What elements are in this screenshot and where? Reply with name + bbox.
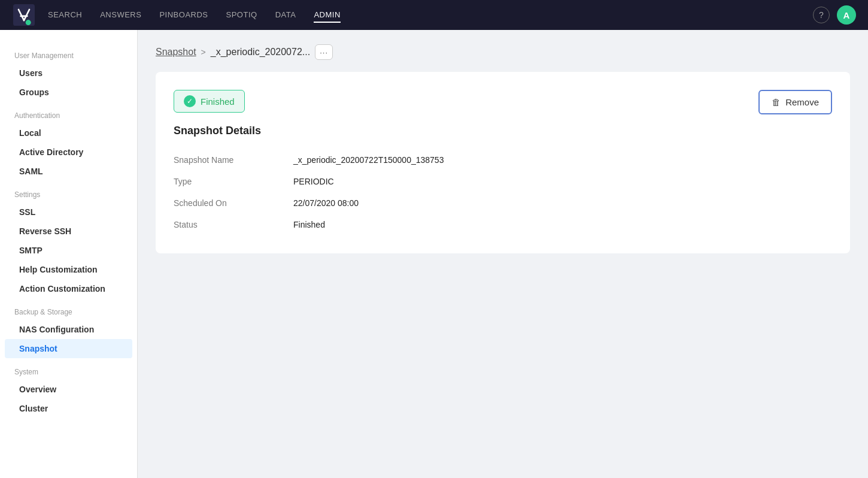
sidebar-section-settings: Settings [0, 181, 137, 202]
nav-search[interactable]: SEARCH [48, 8, 82, 23]
nav-spotiq[interactable]: SPOTIQ [226, 8, 257, 23]
sidebar-section-backup-storage: Backup & Storage [0, 298, 137, 320]
sidebar-item-overview[interactable]: Overview [5, 380, 132, 399]
svg-rect-0 [13, 4, 35, 26]
status-badge: ✓ Finished [174, 90, 245, 113]
sidebar-item-snapshot[interactable]: Snapshot [5, 339, 132, 358]
svg-point-4 [26, 20, 31, 25]
status-label: Finished [201, 96, 235, 107]
sidebar-section-user-management: User Management [0, 42, 137, 63]
sidebar-section-system: System [0, 358, 137, 380]
sidebar-section-authentication: Authentication [0, 102, 137, 123]
table-row: Type PERIODIC [174, 171, 832, 192]
snapshot-details-table: Snapshot Name _x_periodic_20200722T15000… [174, 149, 832, 235]
sidebar-item-reverse-ssh[interactable]: Reverse SSH [5, 222, 132, 241]
snapshot-details-title: Snapshot Details [174, 125, 832, 137]
sidebar-item-groups[interactable]: Groups [5, 83, 132, 102]
sidebar-item-users[interactable]: Users [5, 63, 132, 83]
sidebar-item-smtp[interactable]: SMTP [5, 241, 132, 260]
topnav-links: SEARCH ANSWERS PINBOARDS SPOTIQ DATA ADM… [48, 8, 813, 23]
remove-button[interactable]: 🗑 Remove [758, 90, 832, 114]
field-label-type: Type [174, 171, 293, 192]
field-value-type: PERIODIC [293, 171, 832, 192]
avatar[interactable]: A [837, 5, 856, 25]
field-label-scheduled-on: Scheduled On [174, 192, 293, 214]
table-row: Scheduled On 22/07/2020 08:00 [174, 192, 832, 214]
nav-pinboards[interactable]: PINBOARDS [159, 8, 208, 23]
breadcrumb-more-button[interactable]: ··· [315, 44, 333, 60]
sidebar-item-help-customization[interactable]: Help Customization [5, 260, 132, 279]
remove-btn-label: Remove [785, 97, 819, 107]
field-label-snapshot-name: Snapshot Name [174, 149, 293, 171]
breadcrumb: Snapshot > _x_periodic_2020072... ··· [156, 44, 850, 60]
sidebar-item-nas-configuration[interactable]: NAS Configuration [5, 320, 132, 339]
nav-admin[interactable]: ADMIN [314, 8, 340, 23]
status-check-icon: ✓ [184, 95, 196, 107]
snapshot-detail-card: ✓ Finished 🗑 Remove Snapshot Details Sna… [156, 72, 850, 253]
breadcrumb-current: _x_periodic_2020072... [211, 47, 310, 58]
nav-answers[interactable]: ANSWERS [100, 8, 141, 23]
field-value-scheduled-on: 22/07/2020 08:00 [293, 192, 832, 214]
logo[interactable] [12, 3, 36, 27]
sidebar-item-cluster[interactable]: Cluster [5, 399, 132, 418]
sidebar-item-saml[interactable]: SAML [5, 162, 132, 181]
trash-icon: 🗑 [772, 97, 781, 107]
sidebar-item-action-customization[interactable]: Action Customization [5, 279, 132, 298]
topnav-right: ? A [813, 5, 856, 25]
sidebar-item-local[interactable]: Local [5, 123, 132, 143]
breadcrumb-arrow: > [201, 47, 206, 57]
sidebar: User Management Users Groups Authenticat… [0, 30, 138, 478]
help-button[interactable]: ? [813, 7, 830, 23]
main-content: Snapshot > _x_periodic_2020072... ··· ✓ … [138, 30, 868, 478]
sidebar-item-active-directory[interactable]: Active Directory [5, 143, 132, 162]
field-value-status: Finished [293, 214, 832, 235]
field-value-snapshot-name: _x_periodic_20200722T150000_138753 [293, 149, 832, 171]
table-row: Snapshot Name _x_periodic_20200722T15000… [174, 149, 832, 171]
layout: User Management Users Groups Authenticat… [0, 30, 868, 478]
nav-data[interactable]: DATA [275, 8, 296, 23]
field-label-status: Status [174, 214, 293, 235]
breadcrumb-snapshot-link[interactable]: Snapshot [156, 47, 196, 58]
table-row: Status Finished [174, 214, 832, 235]
sidebar-item-ssl[interactable]: SSL [5, 202, 132, 222]
topnav: SEARCH ANSWERS PINBOARDS SPOTIQ DATA ADM… [0, 0, 868, 30]
